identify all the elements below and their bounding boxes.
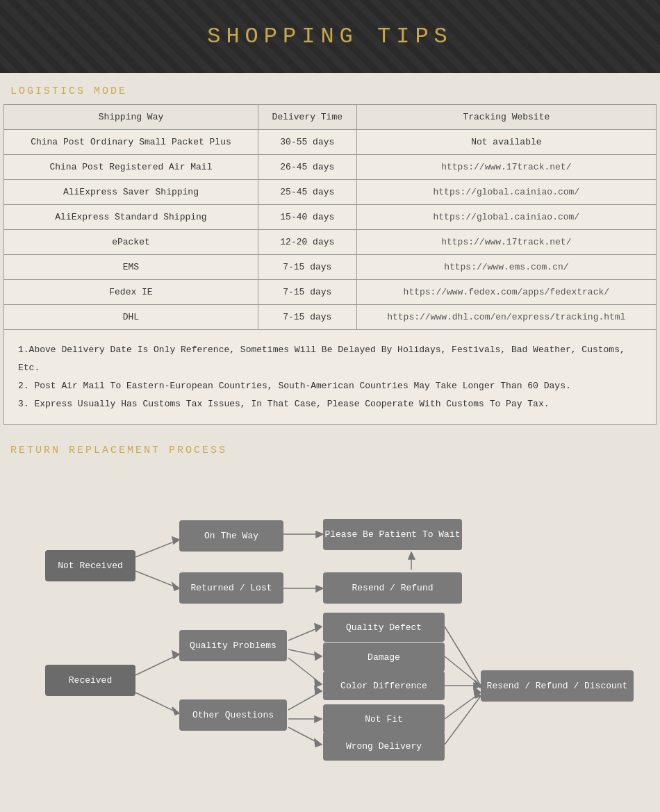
table-cell: 15-40 days (258, 205, 356, 230)
logistics-section: LOGISTICS MODE Shipping Way Delivery Tim… (0, 73, 660, 425)
table-cell: China Post Registered Air Mail (4, 155, 258, 180)
table-row: Fedex IE7-15 dayshttps://www.fedex.com/a… (4, 280, 657, 305)
node-received: Received (45, 665, 135, 696)
table-cell: EMS (4, 255, 258, 280)
arrow (172, 583, 179, 590)
table-cell: Fedex IE (4, 280, 258, 305)
table-cell[interactable]: https://www.fedex.com/apps/fedextrack/ (356, 280, 656, 305)
node-on-the-way: On The Way (179, 520, 283, 552)
table-cell[interactable]: https://global.cainiao.com/ (356, 205, 656, 230)
arrow (475, 690, 481, 698)
logistics-section-label: LOGISTICS MODE (3, 73, 657, 104)
tracking-link[interactable]: https://www.17track.net/ (441, 162, 571, 172)
arrow (474, 687, 481, 695)
arrow (315, 652, 322, 660)
arrow (172, 651, 179, 658)
arrow (475, 681, 481, 688)
node-not-received: Not Received (45, 550, 135, 581)
table-cell: 7-15 days (258, 255, 356, 280)
node-resend-refund: Resend / Refund (323, 572, 462, 604)
svg-line-14 (445, 656, 481, 686)
arrow (315, 739, 322, 747)
svg-line-10 (288, 691, 322, 710)
table-cell: 25-45 days (258, 180, 356, 205)
svg-line-1 (135, 571, 179, 588)
node-other-questions: Other Questions (179, 699, 287, 731)
node-not-fit: Not Fit (323, 704, 445, 734)
table-cell: 30-55 days (258, 130, 356, 155)
note-item: 2. Post Air Mail To Eastern-European Cou… (18, 377, 642, 395)
arrow (315, 679, 322, 687)
table-cell: AliExpress Saver Shipping (4, 180, 258, 205)
svg-line-6 (135, 693, 179, 713)
table-row: China Post Registered Air Mail26-45 days… (4, 155, 657, 180)
note-item: 1.Above Delivery Date Is Only Reference,… (18, 341, 642, 377)
node-quality-defect: Quality Defect (323, 613, 445, 642)
arrow (409, 552, 415, 559)
tracking-link[interactable]: https://www.dhl.com/en/express/tracking.… (387, 312, 625, 322)
table-cell: 7-15 days (258, 280, 356, 305)
node-wrong-delivery: Wrong Delivery (323, 731, 445, 761)
flow-diagram: Not Received Received On The Way Returne… (7, 477, 653, 755)
svg-line-16 (445, 693, 481, 719)
arrow (316, 586, 323, 592)
table-cell: China Post Ordinary Small Packet Plus (4, 130, 258, 155)
svg-line-5 (135, 654, 179, 675)
table-row: AliExpress Saver Shipping25-45 dayshttps… (4, 180, 657, 205)
svg-line-0 (135, 540, 179, 557)
node-quality-problems: Quality Problems (179, 630, 287, 661)
node-damage: Damage (323, 643, 445, 672)
table-cell[interactable]: https://www.ems.com.cn/ (356, 255, 656, 280)
page-header: SHOPPING TIPS (0, 0, 660, 73)
arrow (315, 624, 322, 631)
svg-line-9 (288, 658, 322, 684)
table-row: AliExpress Standard Shipping15-40 daysht… (4, 205, 657, 230)
logistics-table: Shipping Way Delivery Time Tracking Webs… (3, 104, 657, 330)
table-cell: 7-15 days (258, 305, 356, 330)
node-resend-refund-discount: Resend / Refund / Discount (481, 670, 634, 702)
table-row: China Post Ordinary Small Packet Plus30-… (4, 130, 657, 155)
node-color-difference: Color Difference (323, 671, 445, 700)
arrow (315, 716, 322, 722)
page-title: SHOPPING TIPS (207, 24, 453, 49)
svg-line-12 (288, 727, 322, 745)
arrow (172, 707, 179, 715)
table-cell: ePacket (4, 230, 258, 255)
arrow (315, 686, 322, 694)
tracking-link[interactable]: https://www.fedex.com/apps/fedextrack/ (404, 287, 609, 297)
table-cell: Not available (356, 130, 656, 155)
return-section: RETURN REPLACEMENT PROCESS (0, 432, 660, 769)
arrow (474, 683, 481, 689)
svg-line-17 (445, 696, 481, 745)
note-item: 3. Express Usually Has Customs Tax Issue… (18, 395, 642, 413)
table-row: ePacket12-20 dayshttps://www.17track.net… (4, 230, 657, 255)
arrow (316, 531, 323, 538)
arrow (475, 680, 481, 687)
col-header-delivery-time: Delivery Time (258, 105, 356, 130)
arrow (172, 537, 179, 544)
table-cell[interactable]: https://www.dhl.com/en/express/tracking.… (356, 305, 656, 330)
tracking-link[interactable]: https://www.ems.com.cn/ (444, 262, 568, 272)
table-cell: 26-45 days (258, 155, 356, 180)
svg-line-13 (445, 627, 481, 686)
table-cell[interactable]: https://global.cainiao.com/ (356, 180, 656, 205)
col-header-shipping-way: Shipping Way (4, 105, 258, 130)
node-please-wait: Please Be Patient To Wait (323, 519, 462, 550)
return-section-label: RETURN REPLACEMENT PROCESS (3, 432, 657, 463)
table-cell: AliExpress Standard Shipping (4, 205, 258, 230)
table-cell[interactable]: https://www.17track.net/ (356, 230, 656, 255)
svg-line-8 (288, 649, 322, 656)
svg-line-7 (288, 627, 322, 640)
logistics-notes: 1.Above Delivery Date Is Only Reference,… (3, 330, 657, 425)
table-cell: 12-20 days (258, 230, 356, 255)
tracking-link[interactable]: https://global.cainiao.com/ (434, 187, 580, 197)
table-row: DHL7-15 dayshttps://www.dhl.com/en/expre… (4, 305, 657, 330)
col-header-tracking: Tracking Website (356, 105, 656, 130)
tracking-link[interactable]: https://www.17track.net/ (441, 237, 571, 247)
table-cell[interactable]: https://www.17track.net/ (356, 155, 656, 180)
tracking-link[interactable]: https://global.cainiao.com/ (434, 212, 580, 222)
table-row: EMS7-15 dayshttps://www.ems.com.cn/ (4, 255, 657, 280)
node-returned-lost: Returned / Lost (179, 572, 283, 604)
table-cell: DHL (4, 305, 258, 330)
